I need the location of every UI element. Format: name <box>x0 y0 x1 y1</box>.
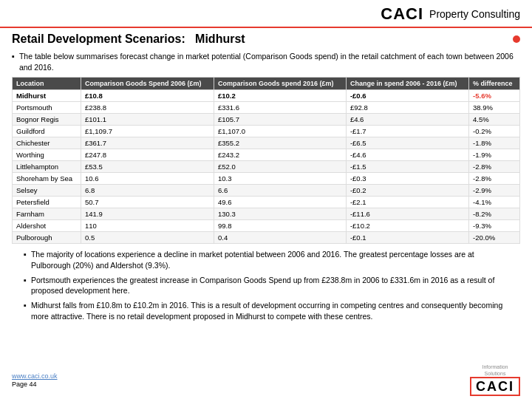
header-subtitle: Property Consulting <box>429 8 520 20</box>
header: CACI Property Consulting <box>0 0 532 28</box>
table-row: Shoreham by Sea10.610.3-£0.3-2.8% <box>13 173 520 185</box>
cell-pct: 4.5% <box>469 114 520 126</box>
cell-change: -£4.6 <box>346 149 468 161</box>
cell-location: Aldershot <box>13 220 81 232</box>
cell-pct: -0.2% <box>469 126 520 137</box>
cell-location: Farnham <box>13 208 81 220</box>
table-row: Portsmouth£238.8£331.6£92.838.9% <box>13 102 520 114</box>
table-row: Guildford£1,109.7£1,107.0-£1.7-0.2% <box>13 126 520 137</box>
bullet-text: The majority of locations experience a d… <box>31 249 508 270</box>
cell-location: Littlehampton <box>13 161 81 173</box>
cell-spend2006: £53.5 <box>81 161 214 173</box>
cell-spend2016: £243.2 <box>214 149 346 161</box>
col-spend2006: Comparison Goods Spend 2006 (£m) <box>81 78 214 90</box>
table-row: Worthing£247.8£243.2-£4.6-1.9% <box>13 149 520 161</box>
title-prefix: Retail Development Scenarios: <box>12 33 185 45</box>
cell-pct: -1.8% <box>469 137 520 149</box>
cell-spend2006: 10.6 <box>81 173 214 185</box>
cell-change: -£2.1 <box>346 197 468 208</box>
cell-pct: 38.9% <box>469 102 520 114</box>
red-dot <box>513 35 520 43</box>
bullet-icon: ▪ <box>24 301 27 310</box>
cell-spend2016: 10.3 <box>214 173 346 185</box>
table-row: Aldershot11099.8-£10.2-9.3% <box>13 220 520 232</box>
bullet-text: Portsmouth experiences the greatest incr… <box>31 275 508 296</box>
bullet-icon: ▪ <box>24 276 27 284</box>
cell-pct: -1.9% <box>469 149 520 161</box>
cell-spend2006: 141.9 <box>81 208 214 220</box>
table-row: Petersfield50.749.6-£2.1-4.1% <box>13 197 520 208</box>
cell-change: £92.8 <box>346 102 468 114</box>
col-location: Location <box>13 78 81 90</box>
footer: www.caci.co.uk Page 44 InformationSoluti… <box>0 361 532 399</box>
table-row: Midhurst£10.8£10.2-£0.6-5.6% <box>13 90 520 102</box>
cell-spend2016: £10.2 <box>214 90 346 102</box>
cell-pct: -2.8% <box>469 161 520 173</box>
cell-spend2006: £361.7 <box>81 137 214 149</box>
cell-location: Portsmouth <box>13 102 81 114</box>
col-pct: % difference <box>469 78 520 90</box>
cell-change: -£10.2 <box>346 220 468 232</box>
table-row: Chichester£361.7£355.2-£6.5-1.8% <box>13 137 520 149</box>
cell-change: -£1.5 <box>346 161 468 173</box>
table-row: Selsey6.86.6-£0.2-2.9% <box>13 185 520 197</box>
table-row: Farnham141.9130.3-£11.6-8.2% <box>13 208 520 220</box>
cell-location: Worthing <box>13 149 81 161</box>
footer-url[interactable]: www.caci.co.uk <box>12 372 58 380</box>
cell-change: -£0.1 <box>346 232 468 244</box>
cell-spend2016: 99.8 <box>214 220 346 232</box>
cell-spend2006: 50.7 <box>81 197 214 208</box>
cell-pct: -5.6% <box>469 90 520 102</box>
intro-bullet-text: The table below summarises forecast chan… <box>19 51 520 72</box>
cell-location: Guildford <box>13 126 81 137</box>
cell-spend2006: £1,109.7 <box>81 126 214 137</box>
cell-location: Petersfield <box>13 197 81 208</box>
cell-spend2006: 6.8 <box>81 185 214 197</box>
cell-spend2016: £331.6 <box>214 102 346 114</box>
cell-change: -£0.3 <box>346 173 468 185</box>
cell-spend2016: 0.4 <box>214 232 346 244</box>
cell-spend2006: £247.8 <box>81 149 214 161</box>
cell-spend2006: 110 <box>81 220 214 232</box>
cell-spend2016: £52.0 <box>214 161 346 173</box>
table-header-row: Location Comparison Goods Spend 2006 (£m… <box>13 78 520 90</box>
bottom-bullet: ▪Portsmouth experiences the greatest inc… <box>12 273 520 298</box>
bullet-icon: ▪ <box>12 52 15 61</box>
cell-change: -£6.5 <box>346 137 468 149</box>
table-row: Pulborough0.50.4-£0.1-20.0% <box>13 232 520 244</box>
cell-location: Selsey <box>13 185 81 197</box>
table-container: Location Comparison Goods Spend 2006 (£m… <box>0 74 532 247</box>
caci-footer-logo: InformationSolutions CACI <box>470 364 520 396</box>
cell-spend2016: 6.6 <box>214 185 346 197</box>
cell-pct: -9.3% <box>469 220 520 232</box>
bottom-bullet: ▪The majority of locations experience a … <box>12 247 520 272</box>
cell-change: £4.6 <box>346 114 468 126</box>
caci-logo: CACI <box>381 4 423 24</box>
cell-pct: -8.2% <box>469 208 520 220</box>
cell-spend2016: 130.3 <box>214 208 346 220</box>
cell-spend2006: £238.8 <box>81 102 214 114</box>
cell-spend2006: 0.5 <box>81 232 214 244</box>
footer-page: Page 44 <box>12 381 58 388</box>
info-solutions-text: InformationSolutions <box>482 364 508 377</box>
cell-pct: -20.0% <box>469 232 520 244</box>
intro-bullet: ▪ The table below summarises forecast ch… <box>0 49 532 74</box>
cell-spend2016: £1,107.0 <box>214 126 346 137</box>
bottom-bullet: ▪Midhurst falls from £10.8m to £10.2m in… <box>12 298 520 323</box>
page-title-section: Retail Development Scenarios: Midhurst <box>0 28 532 49</box>
table-body: Midhurst£10.8£10.2-£0.6-5.6%Portsmouth£2… <box>13 90 520 244</box>
cell-change: -£0.2 <box>346 185 468 197</box>
col-change: Change in spend 2006 - 2016 (£m) <box>346 78 468 90</box>
cell-location: Chichester <box>13 137 81 149</box>
cell-location: Midhurst <box>13 90 81 102</box>
bottom-bullets: ▪The majority of locations experience a … <box>0 247 532 324</box>
cell-spend2006: £101.1 <box>81 114 214 126</box>
cell-change: -£1.7 <box>346 126 468 137</box>
caci-box-logo: CACI <box>470 377 520 396</box>
cell-pct: -2.9% <box>469 185 520 197</box>
cell-spend2006: £10.8 <box>81 90 214 102</box>
cell-location: Pulborough <box>13 232 81 244</box>
cell-change: -£11.6 <box>346 208 468 220</box>
table-row: Littlehampton£53.5£52.0-£1.5-2.8% <box>13 161 520 173</box>
bullet-text: Midhurst falls from £10.8m to £10.2m in … <box>31 300 508 321</box>
